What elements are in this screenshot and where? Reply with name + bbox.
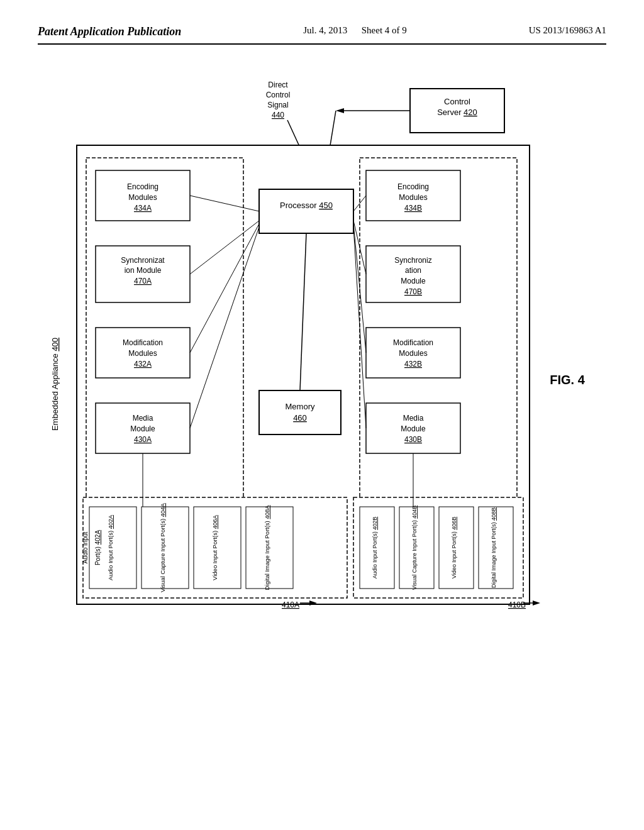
svg-text:ation: ation bbox=[405, 266, 421, 275]
svg-text:Audio Input Port(s) 402A: Audio Input Port(s) 402A bbox=[107, 514, 114, 580]
svg-text:Control: Control bbox=[444, 97, 470, 106]
svg-rect-16 bbox=[259, 390, 341, 434]
svg-rect-14 bbox=[259, 189, 353, 233]
svg-text:Video Input Port(s) 406B: Video Input Port(s) 406B bbox=[451, 517, 457, 578]
svg-text:470A: 470A bbox=[134, 277, 152, 285]
svg-text:434B: 434B bbox=[404, 204, 422, 213]
svg-text:Media: Media bbox=[403, 414, 424, 423]
svg-text:Modules: Modules bbox=[128, 193, 157, 202]
patent-diagram: Control Server 420 Direct Control Signal… bbox=[39, 70, 605, 761]
diagram-area: Control Server 420 Direct Control Signal… bbox=[38, 70, 606, 761]
svg-text:Server 420: Server 420 bbox=[437, 108, 477, 117]
header-center: Jul. 4, 2013 Sheet 4 of 9 bbox=[303, 25, 407, 36]
svg-text:Encoding: Encoding bbox=[127, 182, 158, 191]
svg-text:Digital Image Input Port(s) 40: Digital Image Input Port(s) 408B bbox=[491, 507, 497, 588]
sheet-number: Sheet 4 of 9 bbox=[362, 25, 407, 35]
svg-text:Video Input Port(s) 406A: Video Input Port(s) 406A bbox=[211, 514, 218, 580]
svg-text:Signal: Signal bbox=[267, 101, 288, 109]
svg-text:Modules: Modules bbox=[128, 349, 157, 358]
svg-text:440: 440 bbox=[272, 111, 284, 119]
svg-text:Modules: Modules bbox=[399, 349, 427, 358]
patent-number: US 2013/169863 A1 bbox=[529, 25, 606, 36]
publication-date: Jul. 4, 2013 bbox=[303, 25, 347, 35]
svg-text:410A: 410A bbox=[282, 600, 299, 609]
svg-text:Module: Module bbox=[401, 277, 426, 285]
svg-text:Control: Control bbox=[266, 91, 291, 99]
svg-text:Synchroniz: Synchroniz bbox=[394, 256, 431, 265]
svg-text:430B: 430B bbox=[404, 435, 422, 444]
svg-text:Memory: Memory bbox=[286, 402, 315, 411]
svg-marker-10 bbox=[336, 108, 344, 113]
svg-text:460: 460 bbox=[293, 413, 307, 423]
svg-marker-88 bbox=[533, 600, 540, 606]
svg-text:Audio Input Port(s) 402B: Audio Input Port(s) 402B bbox=[372, 517, 378, 579]
svg-text:434A: 434A bbox=[134, 204, 152, 213]
svg-text:Visual Capture Input Port(s) 4: Visual Capture Input Port(s) 404B bbox=[411, 506, 418, 590]
svg-text:ion Module: ion Module bbox=[125, 266, 162, 275]
svg-text:Modification: Modification bbox=[123, 338, 163, 347]
svg-text:Port(s) 402A: Port(s) 402A bbox=[94, 530, 101, 565]
svg-text:Encoding: Encoding bbox=[397, 182, 429, 191]
svg-text:Embedded Appliance 400: Embedded Appliance 400 bbox=[50, 338, 60, 431]
svg-text:470B: 470B bbox=[404, 287, 422, 296]
svg-text:430A: 430A bbox=[134, 435, 152, 444]
svg-text:Module: Module bbox=[401, 424, 426, 433]
svg-text:Digital Image Input Port(s) 40: Digital Image Input Port(s) 408A bbox=[264, 505, 270, 590]
svg-text:FIG. 4: FIG. 4 bbox=[550, 373, 585, 387]
page-header: Patent Application Publication Jul. 4, 2… bbox=[38, 25, 606, 45]
svg-text:Media: Media bbox=[133, 414, 153, 423]
svg-text:Audio Input: Audio Input bbox=[82, 531, 89, 563]
svg-text:432B: 432B bbox=[404, 360, 422, 368]
svg-text:Direct: Direct bbox=[268, 80, 288, 89]
svg-text:Module: Module bbox=[130, 424, 155, 433]
svg-text:410B: 410B bbox=[508, 600, 526, 609]
svg-text:Processor 450: Processor 450 bbox=[280, 201, 333, 210]
publication-title: Patent Application Publication bbox=[38, 25, 181, 38]
svg-text:Modules: Modules bbox=[399, 193, 427, 202]
svg-text:Visual Capture Input Port(s) 4: Visual Capture Input Port(s) 404A bbox=[159, 502, 166, 592]
svg-text:432A: 432A bbox=[134, 360, 152, 368]
svg-text:Synchronizat: Synchronizat bbox=[121, 256, 165, 265]
svg-text:Modification: Modification bbox=[393, 338, 433, 347]
page: Patent Application Publication Jul. 4, 2… bbox=[0, 0, 644, 830]
